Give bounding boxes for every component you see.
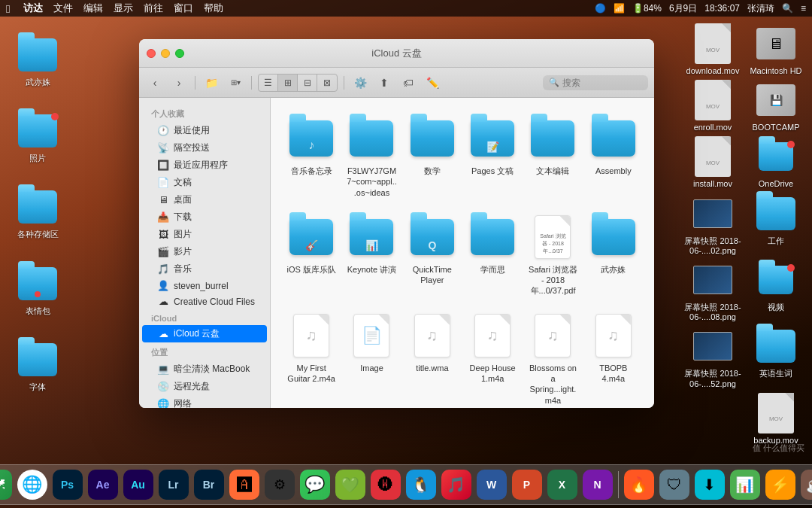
- window-maximize-button[interactable]: [175, 49, 184, 58]
- dock-audition[interactable]: Au: [122, 468, 155, 501]
- sidebar-item-remote-disc[interactable]: 💿 远程光盘: [142, 378, 267, 395]
- desktop-icon-photos[interactable]: 照片: [8, 110, 68, 163]
- tag-button[interactable]: 🏷: [398, 75, 418, 91]
- dock-photoshop[interactable]: Ps: [51, 468, 84, 501]
- sidebar-item-network[interactable]: 🌐 网络: [142, 395, 267, 408]
- menubar-search-icon[interactable]: 🔍: [782, 3, 793, 14]
- search-input[interactable]: [562, 78, 642, 88]
- sidebar-item-movies[interactable]: 🎬 影片: [142, 243, 267, 260]
- desktop-icon-work[interactable]: 工作: [746, 193, 806, 256]
- dock-app-wechat[interactable]: 💚: [334, 468, 367, 501]
- file-item-ios-garageband[interactable]: 🎸 iOS 版库乐队: [283, 208, 340, 301]
- desktop-icon-video[interactable]: 视频: [746, 259, 806, 322]
- dock-app-10[interactable]: ☕: [799, 468, 813, 501]
- dock-chrome[interactable]: 🌐: [16, 468, 49, 501]
- forward-button[interactable]: ›: [169, 75, 189, 91]
- dock-onenote[interactable]: N: [581, 468, 614, 501]
- sidebar-item-recent[interactable]: 🕐 最近使用: [142, 122, 267, 139]
- sidebar-item-icloud-drive[interactable]: ☁ iCloud 云盘: [142, 325, 267, 342]
- dock-app-6[interactable]: 🛡: [658, 468, 691, 501]
- desktop-icon-bootcamp[interactable]: 💾 BOOTCAMP: [746, 79, 806, 132]
- menubar-menu-icon[interactable]: ≡: [801, 3, 806, 14]
- dock-app-9[interactable]: ⚡: [764, 468, 797, 501]
- desktop-icon-emoji[interactable]: 表情包: [8, 263, 68, 316]
- desktop-icon-screenshot2[interactable]: 屏幕快照 2018-06-....08.png: [683, 259, 743, 322]
- dock-after-effects[interactable]: Ae: [86, 468, 120, 501]
- desktop-icon-download-mov[interactable]: MOV download.mov: [683, 23, 743, 76]
- dock-word[interactable]: W: [475, 468, 508, 501]
- file-item-keynote[interactable]: 📊 Keynote 讲演: [343, 208, 400, 301]
- sidebar-item-downloads[interactable]: 📥 下载: [142, 208, 267, 226]
- dock-app-7[interactable]: ⬇: [693, 468, 726, 501]
- apple-menu-icon[interactable]: : [6, 2, 10, 15]
- desktop-icon-install-mov[interactable]: MOV install.mov: [683, 135, 743, 189]
- sidebar-item-desktop[interactable]: 🖥 桌面: [142, 191, 267, 208]
- sidebar-item-recent-apps[interactable]: 🔲 最近应用程序: [142, 157, 267, 174]
- share-button[interactable]: ⬆: [374, 75, 394, 91]
- sidebar-item-airdrop[interactable]: 📡 隔空投送: [142, 139, 267, 157]
- file-item-safari-pdf[interactable]: Safari 浏览器 - 2018年...0/37 Safari 浏览器 - 2…: [524, 208, 581, 301]
- back-button[interactable]: ‹: [145, 75, 165, 91]
- dock-app-messages[interactable]: 💬: [298, 468, 332, 501]
- file-item-tbopb4[interactable]: ♫ TBOPB 4.m4a: [585, 307, 642, 408]
- desktop-icon-english[interactable]: 英语生词: [746, 325, 806, 388]
- menubar-go[interactable]: 前往: [144, 2, 163, 15]
- file-item-quicktime[interactable]: Q QuickTime Player: [404, 208, 461, 301]
- file-item-assembly[interactable]: Assembly: [585, 110, 642, 202]
- sidebar-item-creative-cloud[interactable]: ☁ Creative Cloud Files: [142, 294, 267, 309]
- cover-flow-button[interactable]: ⊠: [317, 75, 337, 91]
- file-item-music-memos[interactable]: ♪ 音乐备忘录: [283, 110, 340, 202]
- sidebar-item-documents[interactable]: 📄 文稿: [142, 174, 267, 191]
- menubar-edit[interactable]: 编辑: [83, 2, 103, 15]
- list-view-button[interactable]: ☰: [259, 75, 278, 91]
- dock-app-weibo[interactable]: 🅦: [369, 468, 402, 501]
- file-item-textedit[interactable]: 文本编辑: [524, 110, 581, 202]
- menubar-file[interactable]: 文件: [53, 2, 73, 15]
- desktop-icon-macintosh-hd[interactable]: 🖥 Macintosh HD: [746, 23, 806, 76]
- dock-app-orange[interactable]: 🅰: [228, 468, 261, 501]
- dock-maps[interactable]: 🗺: [0, 468, 14, 501]
- dock-app-5[interactable]: 🔥: [623, 468, 656, 501]
- desktop-icon-enroll-mov[interactable]: MOV enroll.mov: [683, 79, 743, 132]
- window-minimize-button[interactable]: [161, 49, 170, 58]
- desktop-icon-backup-mov[interactable]: MOV backup.mov: [746, 392, 806, 446]
- menubar-view[interactable]: 显示: [114, 2, 133, 15]
- file-item-xue[interactable]: 学而思: [464, 208, 521, 301]
- window-close-button[interactable]: [147, 49, 156, 58]
- dock-lightroom[interactable]: Lr: [157, 468, 190, 501]
- file-item-f3l[interactable]: F3LWYJ7GM7~com~appl...os~ideas: [343, 110, 400, 202]
- sidebar-item-music[interactable]: 🎵 音乐: [142, 260, 267, 278]
- desktop-icon-fonts[interactable]: 字体: [8, 339, 68, 392]
- desktop-icon-wuyizhu[interactable]: 武亦姝: [8, 34, 68, 87]
- file-item-guitar[interactable]: ♫ My First Guitar 2.m4a: [283, 307, 340, 408]
- dock-app-8[interactable]: 📊: [729, 468, 762, 501]
- sidebar-item-pictures[interactable]: 🖼 图片: [142, 226, 267, 243]
- menubar-help[interactable]: 帮助: [204, 2, 223, 15]
- column-view-button[interactable]: ⊟: [298, 75, 317, 91]
- view-dropdown-button[interactable]: ⊞▾: [226, 75, 245, 91]
- folder-button[interactable]: 📁: [201, 75, 221, 91]
- desktop-icon-onedrive[interactable]: OneDrive: [746, 135, 806, 189]
- dock-powerpoint[interactable]: P: [511, 468, 544, 501]
- edit-button[interactable]: ✏️: [423, 75, 442, 91]
- dock-excel[interactable]: X: [546, 468, 579, 501]
- desktop-icon-storage[interactable]: 各种存储区: [8, 186, 68, 239]
- action-button[interactable]: ⚙️: [350, 75, 370, 91]
- sidebar-item-macbook[interactable]: 💻 暗尘清淡 MacBook: [142, 360, 267, 378]
- dock-app-dark[interactable]: ⚙: [263, 468, 296, 501]
- desktop-icon-screenshot1[interactable]: 屏幕快照 2018-06-....02.png: [683, 193, 743, 256]
- file-item-blossoms[interactable]: ♫ Blossoms on a Spring...ight.m4a: [524, 307, 581, 408]
- icon-view-button[interactable]: ⊞: [278, 75, 298, 91]
- file-item-deep-house[interactable]: ♫ Deep House 1.m4a: [464, 307, 521, 408]
- file-item-wuyizhu[interactable]: 武亦姝: [585, 208, 642, 301]
- dock-app-qq[interactable]: 🐧: [404, 468, 438, 501]
- desktop-icon-screenshot3[interactable]: 屏幕快照 2018-06-....52.png: [683, 325, 743, 388]
- file-item-image[interactable]: 📄 Image: [343, 307, 400, 408]
- file-item-pages[interactable]: 📝 Pages 文稿: [464, 110, 521, 202]
- menubar-window[interactable]: 窗口: [174, 2, 193, 15]
- file-item-math[interactable]: 数学: [404, 110, 461, 202]
- menubar-app-name[interactable]: 访达: [23, 2, 43, 15]
- file-item-title-wma[interactable]: ♫ title.wma: [404, 307, 461, 408]
- dock-bridge[interactable]: Br: [192, 468, 226, 501]
- dock-app-music[interactable]: 🎵: [440, 468, 473, 501]
